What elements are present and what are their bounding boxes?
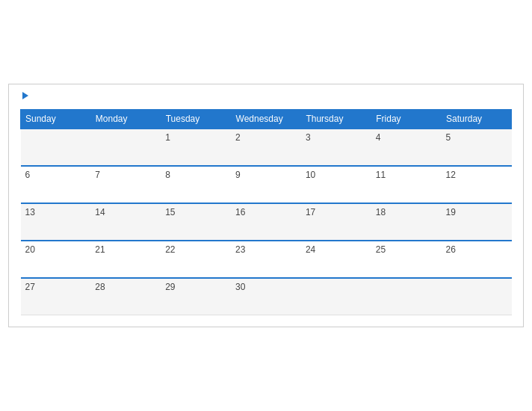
calendar-cell: 6 — [21, 166, 91, 203]
calendar-cell: 25 — [371, 241, 442, 278]
weekday-header-friday: Friday — [371, 110, 442, 129]
day-number: 27 — [25, 282, 35, 292]
calendar-cell: 11 — [371, 166, 442, 203]
day-number: 1 — [165, 132, 170, 143]
day-number: 30 — [235, 282, 245, 292]
calendar-cell: 27 — [21, 278, 91, 315]
day-number: 6 — [25, 170, 31, 180]
day-number: 17 — [306, 207, 315, 217]
calendar-cell: 4 — [371, 129, 442, 166]
day-number: 8 — [165, 170, 170, 180]
calendar-table: SundayMondayTuesdayWednesdayThursdayFrid… — [20, 109, 512, 315]
calendar-cell — [301, 278, 371, 315]
calendar-cell: 12 — [442, 166, 512, 203]
day-number: 12 — [446, 170, 456, 180]
calendar-cell: 15 — [161, 203, 231, 241]
calendar-cell: 19 — [442, 203, 512, 241]
calendar-cell: 29 — [161, 278, 231, 315]
calendar-week-row: 13141516171819 — [21, 203, 512, 241]
calendar-cell: 17 — [301, 203, 371, 241]
day-number: 22 — [165, 244, 175, 255]
weekday-header-thursday: Thursday — [301, 110, 371, 129]
calendar-week-row: 27282930 — [21, 278, 512, 315]
calendar-cell: 16 — [231, 203, 301, 241]
calendar-header — [20, 92, 512, 100]
logo — [20, 92, 28, 100]
day-number: 19 — [446, 207, 456, 217]
day-number: 25 — [376, 244, 386, 255]
calendar-cell: 5 — [442, 129, 512, 166]
day-number: 7 — [95, 170, 100, 180]
day-number: 29 — [165, 282, 175, 292]
day-number: 18 — [376, 207, 386, 217]
calendar-cell: 14 — [90, 203, 161, 241]
day-number: 14 — [95, 207, 105, 217]
calendar-week-row: 12345 — [21, 129, 512, 166]
calendar-cell: 28 — [90, 278, 161, 315]
calendar-cell: 9 — [231, 166, 301, 203]
calendar-container: SundayMondayTuesdayWednesdayThursdayFrid… — [8, 84, 524, 327]
calendar-cell: 23 — [231, 241, 301, 278]
day-number: 20 — [25, 244, 35, 255]
calendar-cell: 3 — [301, 129, 371, 166]
day-number: 3 — [306, 132, 311, 143]
calendar-cell: 26 — [442, 241, 512, 278]
day-number: 13 — [25, 207, 35, 217]
day-number: 10 — [306, 170, 315, 180]
calendar-cell: 10 — [301, 166, 371, 203]
weekday-header-saturday: Saturday — [442, 110, 512, 129]
calendar-cell: 8 — [161, 166, 231, 203]
weekday-header-wednesday: Wednesday — [231, 110, 301, 129]
calendar-cell: 1 — [161, 129, 231, 166]
weekday-header-sunday: Sunday — [21, 110, 91, 129]
day-number: 21 — [95, 244, 105, 255]
day-number: 24 — [306, 244, 315, 255]
calendar-cell: 2 — [231, 129, 301, 166]
calendar-cell: 20 — [21, 241, 91, 278]
calendar-cell — [21, 129, 91, 166]
day-number: 26 — [446, 244, 456, 255]
calendar-cell — [442, 278, 512, 315]
calendar-cell: 13 — [21, 203, 91, 241]
calendar-week-row: 20212223242526 — [21, 241, 512, 278]
weekday-header-tuesday: Tuesday — [161, 110, 231, 129]
day-number: 28 — [95, 282, 105, 292]
day-number: 4 — [376, 132, 381, 143]
calendar-cell: 30 — [231, 278, 301, 315]
calendar-cell: 7 — [90, 166, 161, 203]
day-number: 23 — [235, 244, 245, 255]
calendar-cell — [90, 129, 161, 166]
calendar-cell: 22 — [161, 241, 231, 278]
calendar-cell: 21 — [90, 241, 161, 278]
day-number: 2 — [235, 132, 241, 143]
weekday-header-row: SundayMondayTuesdayWednesdayThursdayFrid… — [21, 110, 512, 129]
day-number: 15 — [165, 207, 175, 217]
calendar-cell — [371, 278, 442, 315]
calendar-cell: 18 — [371, 203, 442, 241]
day-number: 11 — [376, 170, 386, 180]
day-number: 9 — [235, 170, 241, 180]
calendar-week-row: 6789101112 — [21, 166, 512, 203]
day-number: 5 — [446, 132, 451, 143]
calendar-cell: 24 — [301, 241, 371, 278]
weekday-header-monday: Monday — [90, 110, 161, 129]
day-number: 16 — [235, 207, 245, 217]
logo-triangle-icon — [22, 92, 28, 99]
